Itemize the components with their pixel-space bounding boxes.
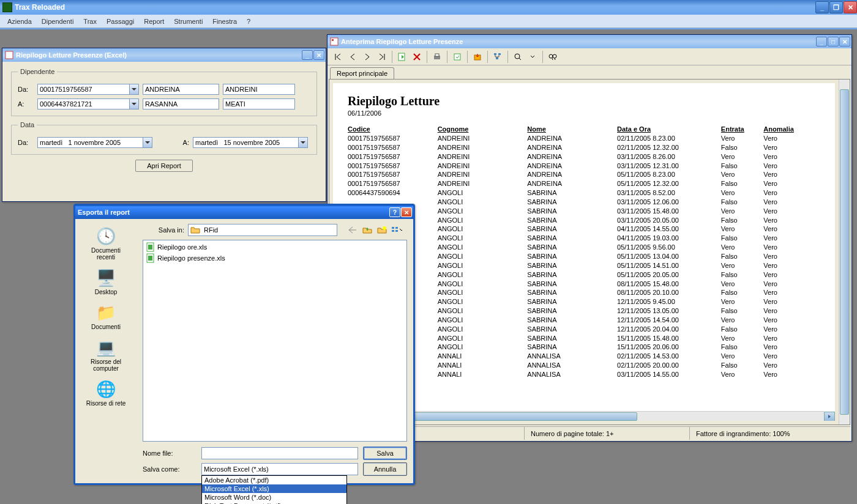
place-icon: 🌐: [96, 379, 116, 399]
svg-point-10: [515, 54, 520, 59]
xls-file-icon: [146, 242, 155, 252]
format-option[interactable]: Microsoft Word (*.doc): [202, 493, 346, 502]
riepilogo-minimize-button[interactable]: _: [302, 50, 313, 60]
svg-rect-0: [331, 38, 338, 45]
table-row: ANGOLISABRINA12/11/2005 13.05.00FalsoVer…: [348, 306, 820, 316]
list-item[interactable]: Riepilogo ore.xls: [144, 242, 405, 253]
place-label: Risorse del computer: [83, 358, 129, 372]
riepilogo-close-button[interactable]: ✕: [313, 50, 324, 60]
main-minimize-button[interactable]: _: [815, 1, 829, 13]
tree-icon[interactable]: [491, 50, 504, 64]
tab-report-principale[interactable]: Report principale: [330, 67, 394, 79]
mdi-area: Anteprima Riepilogo Letture Presenze _ □…: [0, 29, 857, 504]
svg-rect-15: [392, 227, 394, 229]
a-lastname-input[interactable]: [223, 98, 295, 109]
new-folder-icon[interactable]: [376, 224, 387, 235]
prev-page-icon[interactable]: [346, 50, 359, 64]
dropdown-arrow-icon[interactable]: [129, 84, 139, 95]
column-header: Anomalia: [763, 125, 820, 134]
dropdown-arrow-icon[interactable]: [298, 137, 308, 148]
print-icon[interactable]: [430, 50, 444, 64]
table-row: ANGOLISABRINA12/11/2005 14.54.00VeroVero: [348, 316, 820, 325]
export-titlebar: Esporta il report ? ✕: [75, 206, 413, 219]
nome-file-input[interactable]: [201, 447, 358, 459]
anteprima-close-button[interactable]: ✕: [839, 37, 850, 46]
place-risorse-di-rete[interactable]: 🌐Risorse di rete: [80, 377, 132, 409]
svg-rect-13: [6, 51, 13, 59]
zoom-icon[interactable]: [511, 50, 525, 64]
format-option[interactable]: Adobe Acrobat (*.pdf): [202, 476, 346, 484]
nome-file-label: Nome file:: [143, 450, 196, 457]
place-documenti[interactable]: 📁Documenti: [80, 300, 132, 333]
menu-report[interactable]: Report: [139, 17, 169, 26]
menu-passaggi[interactable]: Passaggi: [102, 17, 139, 26]
place-desktop[interactable]: 🖥️Desktop: [80, 265, 132, 298]
anteprima-minimize-button[interactable]: _: [816, 37, 827, 46]
format-option[interactable]: Rich Text Document (*.rtf): [202, 502, 346, 504]
report-table: CodiceCognomeNomeData e OraEntrataAnomal…: [348, 125, 820, 379]
format-dropdown[interactable]: Adobe Acrobat (*.pdf)Microsoft Excel (*.…: [201, 475, 347, 504]
svg-rect-18: [395, 230, 398, 232]
menu-trax[interactable]: Trax: [78, 17, 102, 26]
up-folder-icon[interactable]: [362, 224, 373, 235]
table-row: ANNALIANNALISA02/11/2005 14.53.00VeroVer…: [348, 352, 820, 361]
goto-page-icon[interactable]: [395, 50, 409, 64]
export-help-button[interactable]: ?: [389, 207, 400, 217]
place-risorse-del-computer[interactable]: 💻Risorse del computer: [80, 335, 132, 374]
a-label: A:: [18, 100, 34, 108]
format-option[interactable]: Microsoft Excel (*.xls): [202, 484, 346, 493]
main-restore-button[interactable]: ❐: [829, 1, 843, 13]
back-icon[interactable]: [347, 224, 358, 235]
anteprima-titlebar: Anteprima Riepilogo Letture Presenze _ □…: [327, 35, 851, 48]
main-close-button[interactable]: ✕: [844, 1, 857, 13]
place-icon: 🕓: [96, 226, 116, 246]
menu-azienda[interactable]: Azienda: [2, 17, 37, 26]
table-row: 00064437590694ANGOLISABRINA03/11/2005 8.…: [348, 188, 820, 198]
file-name: Riepilogo ore.xls: [157, 243, 207, 251]
place-icon: 🖥️: [96, 268, 116, 287]
report-title: Riepilogo Letture: [348, 94, 820, 108]
apri-report-button[interactable]: Apri Report: [135, 160, 193, 172]
dropdown-arrow-icon[interactable]: [129, 98, 139, 109]
salva-in-label: Salva in:: [143, 226, 184, 234]
svg-rect-17: [395, 227, 398, 229]
data-da-input[interactable]: [37, 137, 143, 148]
salva-button[interactable]: Salva: [363, 447, 407, 460]
da-lastname-input[interactable]: [223, 84, 295, 95]
export-icon[interactable]: [471, 50, 484, 64]
view-menu-icon[interactable]: [391, 224, 402, 235]
export-close-button[interactable]: ✕: [401, 207, 412, 217]
salva-in-input[interactable]: [202, 224, 337, 236]
scroll-right-icon[interactable]: [824, 412, 835, 421]
place-documenti-recenti[interactable]: 🕓Documenti recenti: [80, 224, 132, 263]
scrollbar-thumb[interactable]: [840, 89, 849, 415]
data-a-input[interactable]: [193, 137, 298, 148]
table-row: 00017519756587ANDREINIANDREINA03/11/2005…: [348, 161, 820, 171]
next-page-icon[interactable]: [361, 50, 374, 64]
list-item[interactable]: Riepilogo presenze.xls: [144, 253, 405, 264]
a-code-input[interactable]: [37, 98, 129, 109]
table-row: ANNALIANNALISA03/11/2005 14.55.00VeroVer…: [348, 370, 820, 379]
dipendente-fieldset: Dipendente Da: A:: [11, 68, 317, 116]
form-window-icon: [5, 51, 13, 59]
salva-come-input[interactable]: [201, 463, 358, 475]
anteprima-maximize-button[interactable]: □: [828, 37, 839, 46]
da-code-input[interactable]: [37, 84, 129, 95]
menu-dipendenti[interactable]: Dipendenti: [37, 17, 79, 26]
dropdown-arrow-icon[interactable]: [143, 137, 152, 148]
a-firstname-input[interactable]: [143, 98, 219, 109]
last-page-icon[interactable]: [375, 50, 389, 64]
report-vscrollbar[interactable]: [839, 80, 850, 424]
refresh-icon[interactable]: [451, 50, 464, 64]
first-page-icon[interactable]: [331, 50, 345, 64]
zoom-dropdown-icon[interactable]: [526, 50, 539, 64]
tab-strip: Report principale: [327, 65, 851, 79]
file-list[interactable]: Riepilogo ore.xlsRiepilogo presenze.xls: [143, 240, 407, 442]
da-firstname-input[interactable]: [143, 84, 219, 95]
menu-?[interactable]: ?: [242, 17, 255, 26]
menu-strumenti[interactable]: Strumenti: [169, 17, 208, 26]
stop-icon[interactable]: [410, 50, 424, 64]
menu-finestra[interactable]: Finestra: [208, 17, 242, 26]
find-icon[interactable]: [546, 50, 559, 64]
annulla-button[interactable]: Annulla: [363, 462, 407, 476]
